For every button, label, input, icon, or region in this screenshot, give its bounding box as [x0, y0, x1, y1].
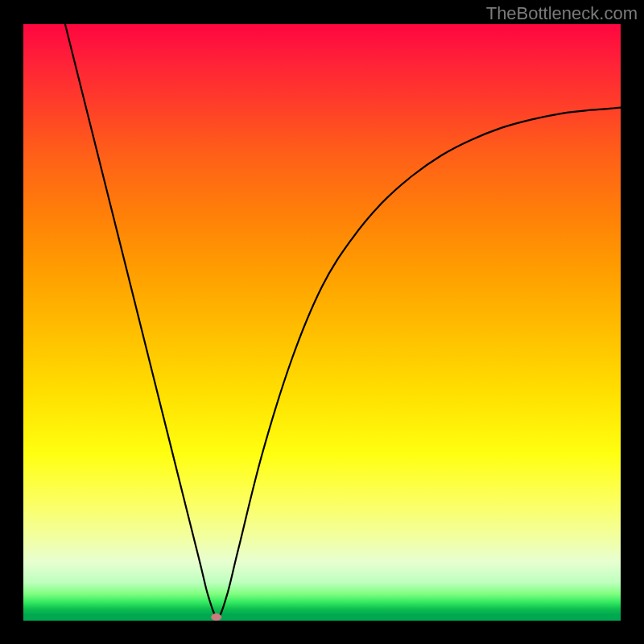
bottleneck-curve	[65, 24, 621, 617]
curve-minimum-marker	[211, 613, 221, 621]
chart-container: TheBottleneck.com	[0, 0, 644, 644]
watermark-label: TheBottleneck.com	[486, 3, 638, 24]
curve-layer	[23, 24, 621, 621]
